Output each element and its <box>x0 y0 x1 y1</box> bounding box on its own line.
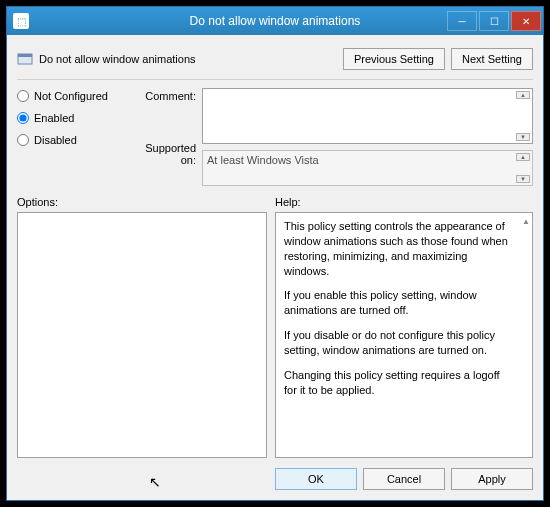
comment-field[interactable]: ▲ ▼ <box>202 88 533 144</box>
supported-on-field: At least Windows Vista ▲ ▼ <box>202 150 533 186</box>
titlebar[interactable]: ⬚ Do not allow window animations ─ ☐ ✕ <box>7 7 543 35</box>
chevron-down-icon[interactable]: ▼ <box>516 133 530 141</box>
policy-name: Do not allow window animations <box>39 53 196 65</box>
separator <box>17 79 533 80</box>
radio-enabled[interactable]: Enabled <box>17 112 127 124</box>
supported-on-label: Supported on: <box>127 142 196 186</box>
client-area: Do not allow window animations Previous … <box>7 35 543 500</box>
gpo-editor-window: ⬚ Do not allow window animations ─ ☐ ✕ D… <box>6 6 544 501</box>
maximize-button[interactable]: ☐ <box>479 11 509 31</box>
chevron-up-icon: ▲ <box>516 153 530 161</box>
minimize-button[interactable]: ─ <box>447 11 477 31</box>
options-label: Options: <box>17 196 275 208</box>
comment-label: Comment: <box>127 88 196 102</box>
help-text: This policy setting controls the appeara… <box>284 219 514 278</box>
close-button[interactable]: ✕ <box>511 11 541 31</box>
radio-not-configured[interactable]: Not Configured <box>17 90 127 102</box>
help-text: Changing this policy setting requires a … <box>284 368 514 398</box>
app-icon: ⬚ <box>13 13 29 29</box>
radio-enabled-input[interactable] <box>17 112 29 124</box>
cursor-icon: ↖ <box>149 474 161 490</box>
help-label: Help: <box>275 196 301 208</box>
options-pane <box>17 212 267 458</box>
ok-button[interactable]: OK <box>275 468 357 490</box>
help-text: If you disable or do not configure this … <box>284 328 514 358</box>
supported-on-value: At least Windows Vista <box>207 154 319 166</box>
help-text: If you enable this policy setting, windo… <box>284 288 514 318</box>
radio-disabled-input[interactable] <box>17 134 29 146</box>
radio-not-configured-label: Not Configured <box>34 90 108 102</box>
previous-setting-button[interactable]: Previous Setting <box>343 48 445 70</box>
radio-enabled-label: Enabled <box>34 112 74 124</box>
svg-rect-1 <box>18 54 32 57</box>
chevron-up-icon[interactable]: ▲ <box>522 217 530 228</box>
chevron-up-icon[interactable]: ▲ <box>516 91 530 99</box>
next-setting-button[interactable]: Next Setting <box>451 48 533 70</box>
chevron-down-icon: ▼ <box>516 175 530 183</box>
help-pane: ▲ This policy setting controls the appea… <box>275 212 533 458</box>
cancel-button[interactable]: Cancel <box>363 468 445 490</box>
apply-button[interactable]: Apply <box>451 468 533 490</box>
radio-not-configured-input[interactable] <box>17 90 29 102</box>
radio-disabled[interactable]: Disabled <box>17 134 127 146</box>
radio-disabled-label: Disabled <box>34 134 77 146</box>
policy-icon <box>17 51 33 67</box>
